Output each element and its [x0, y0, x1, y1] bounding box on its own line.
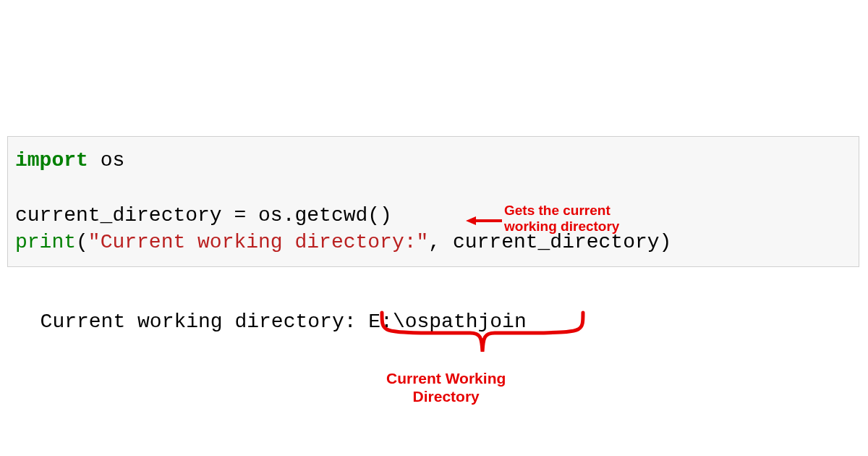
code-block: import os current_directory = os.getcwd(… — [7, 136, 859, 267]
operator-equals: = — [234, 204, 246, 227]
annotation-current-working-directory: Current Working Directory — [386, 369, 506, 405]
string-literal: "Current working directory:" — [88, 231, 428, 253]
variable-current-directory: current_directory — [15, 204, 234, 227]
annotation-gets-current: Gets the current working directory — [504, 203, 619, 235]
keyword-import: import — [15, 149, 88, 172]
annotation-1-line-2: working directory — [504, 219, 619, 235]
paren-open: ( — [76, 231, 88, 253]
annotation-1-line-1: Gets the current — [504, 203, 619, 219]
svg-marker-1 — [466, 216, 476, 225]
code-line-1: import os — [15, 147, 851, 174]
arrow-left-icon — [466, 214, 502, 227]
code-line-3: current_directory = os.getcwd() — [15, 202, 851, 229]
curly-brace-icon — [378, 310, 587, 368]
annotation-2-line-2: Directory — [386, 387, 506, 405]
module-os: os — [88, 149, 124, 172]
paren-close: ) — [660, 231, 672, 253]
code-line-2 — [15, 174, 851, 202]
print-args: , current_directory — [428, 231, 659, 253]
builtin-print: print — [15, 231, 76, 253]
code-line-4: print("Current working directory:", curr… — [15, 229, 851, 256]
call-getcwd: os.getcwd() — [246, 204, 392, 227]
annotation-2-line-1: Current Working — [386, 369, 506, 387]
